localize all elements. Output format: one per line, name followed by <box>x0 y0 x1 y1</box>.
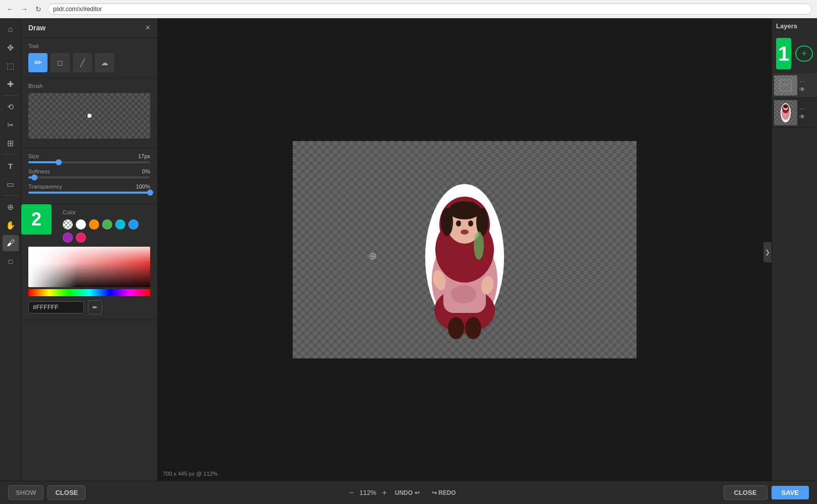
bottom-left: SHOW CLOSE <box>8 485 85 500</box>
draw-panel-title: Draw <box>28 24 46 32</box>
right-collapse-button[interactable]: ❯ <box>763 242 771 262</box>
layers-title: Layers <box>776 22 797 30</box>
pink-swatch[interactable] <box>76 233 86 243</box>
white-swatch[interactable] <box>76 219 86 230</box>
close-left-button[interactable]: CLOSE <box>48 485 85 500</box>
blur-tool-btn[interactable]: ☁ <box>95 53 114 72</box>
content-area: ⌂ ✥ ⬚ ✚ ⟲ ✂ ⊞ T <box>0 18 817 481</box>
layer-1-item[interactable]: ··· 👁 <box>772 73 817 98</box>
home-icon: ⌂ <box>8 25 13 34</box>
brush-dot <box>87 114 92 118</box>
eyedropper-button[interactable]: ✒ <box>88 300 102 314</box>
bottom-right: CLOSE SAVE <box>723 485 809 500</box>
right-sidebar: Layers 1 + <box>771 18 817 481</box>
cut-icon: ✂ <box>7 120 14 130</box>
erase-tool-icon: ◻ <box>57 59 63 67</box>
eyedropper-icon: ✒ <box>92 303 98 311</box>
brush-section: Brush <box>21 78 157 148</box>
home-tool-btn[interactable]: ⌂ <box>3 21 19 37</box>
color-hue-bar[interactable] <box>28 289 150 296</box>
undo-button[interactable]: UNDO ↩ <box>391 487 424 498</box>
brush-tool-btn[interactable]: ✏ <box>28 53 48 72</box>
character-wrapper <box>409 169 520 331</box>
eraser-tool-btn[interactable]: ◻ <box>3 253 19 269</box>
layer-2-more-button[interactable]: ··· <box>800 105 805 112</box>
close-right-button[interactable]: CLOSE <box>723 485 767 500</box>
move-icon: ✥ <box>7 43 14 53</box>
softness-slider-thumb[interactable] <box>31 174 37 180</box>
back-button[interactable]: ← <box>5 4 15 14</box>
layer-2-visibility-button[interactable]: 👁 <box>799 113 805 120</box>
svg-point-18 <box>474 232 484 260</box>
transparency-slider-fill <box>28 192 150 194</box>
hand-tool-btn[interactable]: ✋ <box>3 217 19 233</box>
transform-tool-btn[interactable]: ⟲ <box>3 99 19 115</box>
cut-tool-btn[interactable]: ✂ <box>3 117 19 133</box>
add-layer-button[interactable]: + <box>795 45 813 62</box>
lighten-tool-icon: ╱ <box>80 59 84 67</box>
erase-tool-btn[interactable]: ◻ <box>51 53 70 72</box>
heal-tool-btn[interactable]: ✚ <box>3 76 19 92</box>
brush-label: Brush <box>28 83 150 89</box>
character-svg <box>409 169 520 341</box>
toolbar-divider-2 <box>2 154 19 155</box>
svg-point-13 <box>461 230 469 235</box>
hex-input[interactable] <box>28 301 84 313</box>
transparency-slider[interactable] <box>28 192 150 194</box>
size-slider[interactable] <box>28 161 150 163</box>
layer-2-item[interactable]: ··· 👁 <box>772 98 817 128</box>
softness-slider[interactable] <box>28 176 150 178</box>
svg-point-14 <box>448 317 464 339</box>
layer-1-more-button[interactable]: ··· <box>800 78 805 85</box>
softness-value: 0% <box>142 168 150 174</box>
zoom-in-button[interactable]: + <box>382 488 387 497</box>
canvas-status: 700 x 445 px @ 112% <box>163 471 217 477</box>
shape-tool-btn[interactable]: ▭ <box>3 176 19 192</box>
tool-section: Tool ✏ ◻ ╱ ☁ <box>21 38 157 78</box>
blue-swatch[interactable] <box>128 219 139 230</box>
color-swatches <box>63 219 150 243</box>
layer-1-options: ··· 👁 <box>799 78 805 93</box>
canvas-area[interactable]: ⊕ <box>158 18 771 481</box>
forward-button[interactable]: → <box>19 4 29 14</box>
svg-point-11 <box>456 220 461 226</box>
size-slider-thumb[interactable] <box>56 159 62 165</box>
undo-icon: ↩ <box>415 489 420 496</box>
move-tool-btn[interactable]: ✥ <box>3 39 19 56</box>
orange-swatch[interactable] <box>89 219 99 230</box>
url-bar[interactable]: pixlr.com/x/#editor <box>48 4 812 15</box>
color-gradient-picker[interactable] <box>28 247 150 287</box>
svg-point-12 <box>468 220 473 226</box>
size-section: Size 17px Softness 0% Transparency <box>21 148 157 204</box>
blur-tool-icon: ☁ <box>101 59 108 67</box>
lighten-tool-btn[interactable]: ╱ <box>73 53 92 72</box>
shape-icon: ▭ <box>7 179 14 189</box>
softness-row: Softness 0% <box>28 168 150 174</box>
select-tool-btn[interactable]: ⬚ <box>3 58 19 74</box>
transparency-slider-thumb[interactable] <box>147 190 153 196</box>
zoom-tool-btn[interactable]: ⊕ <box>3 199 19 215</box>
redo-button[interactable]: ↪ REDO <box>428 487 460 498</box>
draw-panel-header: Draw × <box>21 18 157 38</box>
reload-button[interactable]: ↻ <box>33 4 43 14</box>
purple-swatch[interactable] <box>63 233 73 243</box>
show-button[interactable]: SHOW <box>8 485 43 500</box>
brush-tool-icon: ✏ <box>34 57 42 68</box>
bottom-center: − 112% + UNDO ↩ ↪ REDO <box>349 487 460 498</box>
cyan-swatch[interactable] <box>115 219 125 230</box>
close-panel-button[interactable]: × <box>146 23 150 32</box>
layer-1-visibility-button[interactable]: 👁 <box>799 86 805 93</box>
save-button[interactable]: SAVE <box>771 486 809 499</box>
combine-icon: ⊞ <box>7 139 14 148</box>
transparent-swatch[interactable] <box>63 219 73 230</box>
hex-row: ✒ <box>28 300 150 314</box>
hand-icon: ✋ <box>6 220 16 230</box>
paint-tool-btn[interactable]: 🖌 <box>3 235 19 251</box>
green-swatch[interactable] <box>102 219 112 230</box>
toolbar-divider-3 <box>2 195 19 196</box>
text-tool-btn[interactable]: T <box>3 158 19 174</box>
size-row: Size 17px <box>28 153 150 159</box>
zoom-out-button[interactable]: − <box>349 488 353 497</box>
badge-2: 2 <box>21 204 52 235</box>
combine-tool-btn[interactable]: ⊞ <box>3 135 19 151</box>
